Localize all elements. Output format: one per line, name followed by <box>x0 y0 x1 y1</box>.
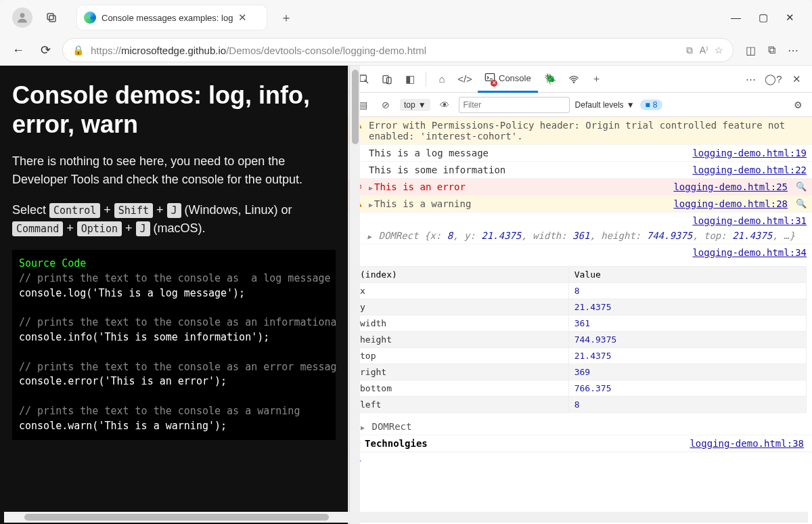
page-vertical-scrollbar[interactable] <box>349 66 360 524</box>
page-heading: Console demos: log, info, error, warn <box>12 81 336 139</box>
kbd-j2: J <box>136 221 150 236</box>
new-tab-button[interactable]: ＋ <box>276 7 296 28</box>
table-header-value: Value <box>568 267 806 283</box>
console-icon: ✕ <box>484 72 495 85</box>
browser-tab[interactable]: Console messages examples: log ✕ <box>77 5 267 30</box>
read-aloud-icon[interactable]: A⁾ <box>700 45 708 56</box>
profile-avatar[interactable] <box>12 7 32 28</box>
kbd-command: Command <box>12 221 63 236</box>
console-object[interactable]: logging-demo.html:31 ▶ DOMRect {x: 8, y:… <box>348 213 812 244</box>
window-minimize-icon[interactable]: ― <box>731 12 741 24</box>
network-tab-icon[interactable] <box>564 69 584 89</box>
console-tab[interactable]: ✕ Console <box>478 66 538 93</box>
context-selector[interactable]: top ▼ <box>400 99 430 111</box>
shopping-icon[interactable]: ⧉ <box>686 45 693 56</box>
console-warning: ▲ Error with Permissions-Policy header: … <box>348 117 812 145</box>
split-screen-icon[interactable]: ◫ <box>746 44 756 57</box>
table-row: width361 <box>355 315 807 332</box>
window-close-icon[interactable]: ✕ <box>786 12 794 24</box>
devtools-more-icon[interactable]: ⋯ <box>740 69 761 89</box>
kbd-option: Option <box>77 221 122 236</box>
source-code-block: Source Code // prints the text to the co… <box>12 250 336 440</box>
console-tab-label: Console <box>499 73 531 83</box>
devtools-tabbar: ◧ ⌂ </> ✕ Console 🪲 ＋ ⋯ ◯? ✕ <box>348 66 812 93</box>
console-toolbar: ▤ ⊘ top ▼ 👁 Default levels ▼ ■ 8 ⚙ <box>348 93 812 117</box>
address-bar: ← ⟳ 🔒 https://microsoftedge.github.io/De… <box>0 35 812 65</box>
console-info: This is some information logging-demo.ht… <box>348 162 812 179</box>
tab-title: Console messages examples: log <box>102 13 233 23</box>
source-link[interactable]: logging-demo.html:28 <box>673 198 788 209</box>
tab-close-icon[interactable]: ✕ <box>238 12 247 24</box>
back-button[interactable]: ← <box>8 40 28 60</box>
kbd-j: J <box>167 203 181 218</box>
url-text: https://microsoftedge.github.io/Demos/de… <box>91 45 426 56</box>
search-icon[interactable]: 🔍 <box>796 198 807 209</box>
svg-rect-4 <box>383 75 388 83</box>
console-settings-icon[interactable]: ⚙ <box>789 96 807 114</box>
console-warning: ▲ ▶This is a warning logging-demo.html:2… <box>348 196 812 213</box>
devtools-close-icon[interactable]: ✕ <box>786 69 807 89</box>
dock-icon[interactable]: ◧ <box>400 69 420 89</box>
domrect-expander[interactable]: DOMRect <box>371 421 411 432</box>
issues-badge[interactable]: ■ 8 <box>640 100 663 110</box>
page-shortcut: Select Control + Shift + J (Windows, Lin… <box>12 201 336 238</box>
console-log: This is a log message logging-demo.html:… <box>348 145 812 162</box>
page-content: Console demos: log, info, error, warn Th… <box>0 66 348 524</box>
collections-icon[interactable]: ⧉ <box>768 44 775 57</box>
search-icon[interactable]: 🔍 <box>796 181 807 192</box>
clear-console-icon[interactable]: ⊘ <box>377 96 394 114</box>
table-row: x8 <box>355 283 807 299</box>
kbd-control: Control <box>49 203 100 218</box>
page-horizontal-scrollbar[interactable] <box>4 512 808 523</box>
table-row: right369 <box>355 364 807 380</box>
more-tabs-icon[interactable]: ＋ <box>587 69 607 89</box>
console-messages: ▲ Error with Permissions-Policy header: … <box>348 117 812 524</box>
source-link[interactable]: logging-demo.html:25 <box>673 181 788 192</box>
device-icon[interactable] <box>377 69 397 89</box>
favorite-icon[interactable]: ☆ <box>715 45 723 56</box>
table-row: y21.4375 <box>355 299 807 315</box>
window-maximize-icon[interactable]: ▢ <box>759 12 768 24</box>
more-icon[interactable]: ⋯ <box>788 44 798 57</box>
console-prompt[interactable]: › <box>348 452 812 468</box>
console-group[interactable]: ▶Technolgieslogging-demo.html:38 <box>348 435 812 452</box>
live-expression-icon[interactable]: 👁 <box>436 96 453 114</box>
sources-tab-icon[interactable]: 🪲 <box>541 69 561 89</box>
source-link[interactable]: logging-demo.html:31 <box>692 215 807 226</box>
console-table-grid: (index)Value x8y21.4375width361height744… <box>354 266 807 413</box>
edge-favicon <box>84 12 96 24</box>
tab-actions-icon[interactable] <box>42 8 61 27</box>
table-row: top21.4375 <box>355 348 807 364</box>
lock-icon: 🔒 <box>72 45 84 56</box>
source-link[interactable]: logging-demo.html:22 <box>692 165 807 175</box>
svg-rect-2 <box>49 16 55 22</box>
source-link[interactable]: logging-demo.html:19 <box>692 148 807 158</box>
page-intro: There is nothing to see here, you need t… <box>12 152 336 189</box>
table-row: bottom766.375 <box>355 380 807 397</box>
filter-input[interactable] <box>459 97 570 113</box>
source-link[interactable]: logging-demo.html:38 <box>690 438 804 449</box>
refresh-button[interactable]: ⟳ <box>35 40 55 60</box>
window-titlebar: Console messages examples: log ✕ ＋ ― ▢ ✕ <box>0 0 812 35</box>
svg-point-7 <box>573 82 574 83</box>
help-icon[interactable]: ◯? <box>763 69 784 89</box>
kbd-shift: Shift <box>114 203 153 218</box>
omnibox[interactable]: 🔒 https://microsoftedge.github.io/Demos/… <box>62 38 734 62</box>
source-link[interactable]: logging-demo.html:34 <box>692 247 807 258</box>
log-levels-dropdown[interactable]: Default levels ▼ <box>575 100 635 110</box>
table-header-index: (index) <box>355 267 569 283</box>
console-error: ⊗ ▶This is an error logging-demo.html:25… <box>348 179 812 196</box>
svg-point-0 <box>20 13 25 18</box>
table-row: left8 <box>355 397 807 413</box>
elements-tab-icon[interactable]: </> <box>455 69 475 89</box>
devtools-panel: ◧ ⌂ </> ✕ Console 🪲 ＋ ⋯ ◯? ✕ ▤ ⊘ top ▼ <box>348 66 812 524</box>
table-row: height744.9375 <box>355 332 807 348</box>
console-table: logging-demo.html:34 (index)Value x8y21.… <box>348 244 812 435</box>
svg-rect-1 <box>47 14 53 20</box>
welcome-tab-icon[interactable]: ⌂ <box>432 69 452 89</box>
